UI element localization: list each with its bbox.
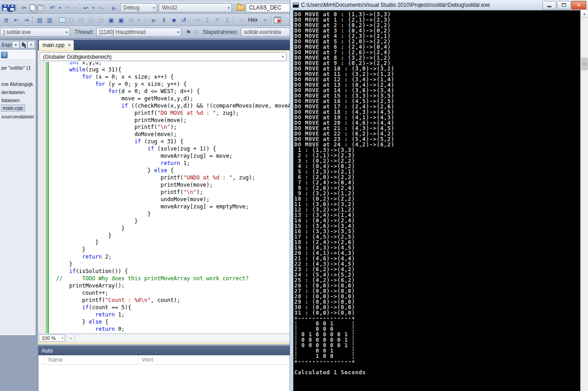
code-line: } [56,261,290,268]
console-scrollbar[interactable]: ▲ [580,10,588,391]
scope-combo[interactable]: (Globaler Gültigkeitsbereich) ▾ [40,52,287,61]
code-line: printf("UNDO at %d : ", zug); [56,174,290,182]
step-into-icon[interactable]: ↧ [203,15,212,24]
step-over-icon[interactable]: ↱ [213,15,222,24]
stop-debugging-icon[interactable]: ■ [169,15,179,24]
tree-item[interactable]: pe "solitär" (1 [0,64,36,72]
code-line: printf("DO MOVE at %d : ", zug); [56,110,290,117]
toolbar-separator [107,4,108,12]
code-line: for (y = 0; y < size; y++) { [56,81,290,88]
chevron-down-icon: ▾ [61,336,63,340]
chevron-down-icon[interactable]: ▾ [12,41,19,48]
code-line: for(d = 0; d <= WEST; d++) { [56,88,290,95]
close-button[interactable]: ✕ [571,1,586,9]
code-line: printMove(move); [56,117,290,124]
console-window: C:\Users\MrH\Documents\Visual Studio 201… [290,0,588,391]
properties-icon[interactable]: ☰ [1,52,8,58]
cut-icon[interactable]: ✂ [20,3,29,12]
tree-item[interactable]: sourcendateier [0,113,36,121]
tree-item[interactable]: main.cpp [1,104,25,112]
bookmark-folder-icon[interactable]: ◻ [87,15,96,24]
tab-main-cpp[interactable]: main.cpp ✕ [39,40,74,50]
navigate-back-icon[interactable]: ↩ [81,3,90,12]
console-app-icon [293,3,299,8]
code-text: int x,y,d; while(zug < 31){ for (x = 0; … [56,62,290,333]
save-all-icon[interactable] [9,5,15,11]
uncomment-icon[interactable]: ▥ [45,15,54,24]
chevron-down-icon: ▾ [153,6,155,10]
zoom-combo[interactable]: 100 % ▾ [39,334,65,342]
auto-watch-window: Auto Name Wert [38,346,309,391]
code-line: if (zug < 31) { [56,138,290,146]
maximize-button[interactable] [557,1,571,9]
console-titlebar[interactable]: C:\Users\MrH\Documents\Visual Studio 201… [290,0,588,10]
save-icon[interactable] [2,5,8,11]
auto-window-titlebar[interactable]: Auto [38,346,309,355]
thread-flag-outline-icon[interactable]: ⚐ [193,29,198,36]
solution-explorer-titlebar[interactable]: Expl... ▾ ✕ [0,40,36,50]
redo-dropdown[interactable]: ▾ [73,3,77,12]
code-editor[interactable]: int x,y,d; while(zug < 31){ for (x = 0; … [38,62,290,333]
thread-combo-value: [1180] Hauptthread [99,29,174,35]
find-symbol-icon[interactable]: ◷ [127,15,136,24]
immediate-window-icon[interactable] [274,17,281,23]
tab-close-icon[interactable]: ✕ [68,43,71,47]
tree-item[interactable]: derdateien [0,88,36,96]
auto-column-wert[interactable]: Wert [138,355,309,364]
change-tracking-bar [46,62,49,333]
hex-toggle-button[interactable]: Hex [246,17,260,23]
pin-icon[interactable] [20,41,27,48]
thread-combo[interactable]: [1180] Hauptthread ▾ [96,28,181,37]
copy-icon[interactable] [30,5,35,11]
tree-item[interactable]: lldateien [0,96,36,104]
indent-decrease-icon[interactable]: ⇤ [12,15,21,24]
indent-increase-icon[interactable]: ⇥ [22,15,31,24]
break-all-icon[interactable]: ‖ [160,15,169,24]
step-out-icon[interactable]: ↥ [223,15,232,24]
redo-icon[interactable]: ↷ [63,3,72,12]
show-next-statement-icon[interactable]: ⇨ [193,15,202,24]
comment-icon[interactable]: ▤ [35,15,44,24]
stack-frame-combo[interactable]: solitär.exe!initia [241,28,292,37]
exceptions-icon[interactable]: ≈ [260,15,269,24]
auto-window-body[interactable] [38,365,309,391]
bookmark-next-icon[interactable]: ◻ [77,15,86,24]
thread-flag-icon[interactable]: ⚑ [186,29,191,36]
continue-icon[interactable]: ▶ [150,15,159,24]
message-box-icon[interactable] [59,17,66,23]
scroll-left-arrow[interactable]: ◂ [66,334,75,342]
code-line: return 2; [56,254,290,261]
find-in-files-icon[interactable] [237,5,245,11]
start-debug-icon[interactable]: ▶ [110,3,119,12]
auto-window-title: Auto [42,348,53,354]
scrollbar-thumb[interactable] [581,58,588,70]
bookmark-clear-icon[interactable]: ◻ [97,15,106,24]
standard-toolbar-icons: ✂↶▾↷▾↩▾↪▶ [1,3,119,12]
platform-combo[interactable]: Win32 ▾ [159,3,232,12]
horizontal-scrollbar[interactable] [75,334,290,342]
undo-dropdown[interactable]: ▾ [58,3,62,12]
tree-item[interactable]: rne Abhängigk [0,80,36,88]
outlining-icon[interactable]: ≣ [2,15,11,24]
code-line: } [56,218,290,225]
paste-icon[interactable] [38,5,43,11]
toolbar-separator [17,4,18,12]
scroll-up-arrow[interactable]: ▲ [581,10,588,18]
find-combo[interactable]: CLASS_DEC [246,3,292,12]
auto-column-name[interactable]: Name [45,355,138,364]
undo-icon[interactable]: ↶ [48,3,57,12]
bookmark-prev-icon[interactable]: ◻ [67,15,76,24]
bubble-forward-icon[interactable]: ▣ [117,15,126,24]
toolbar-handle: ⋮ [143,17,147,23]
process-combo[interactable]: ] solitär.exe ▾ [0,28,70,37]
minimize-button[interactable] [542,1,556,9]
navigate-back-dropdown[interactable]: ▾ [91,3,95,12]
configuration-combo[interactable]: Debug ▾ [120,3,157,12]
restart-icon[interactable]: ↺ [179,15,188,24]
navigate-forward-icon[interactable]: ↪ [96,3,105,12]
toolbar-overflow-dropdown[interactable]: ▿ [136,15,141,24]
breakpoints-window-icon[interactable]: ◔ [236,15,245,24]
bubble-back-icon[interactable]: ▣ [107,15,116,24]
close-icon[interactable]: ✕ [28,41,35,48]
breakpoint-margin[interactable] [38,62,46,333]
